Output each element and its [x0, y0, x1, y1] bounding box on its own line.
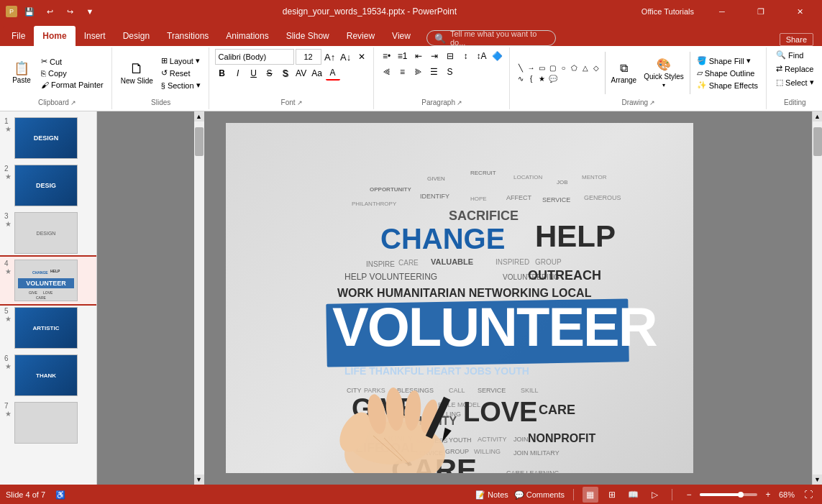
line-spacing-button[interactable]: ↕	[459, 49, 473, 63]
slide-thumb-7[interactable]: 7★	[0, 399, 96, 446]
shape-outline-button[interactable]: ▱ Shape Outline	[693, 67, 762, 79]
font-size-input[interactable]	[296, 49, 321, 65]
scroll-up-button[interactable]: ▲	[194, 111, 204, 122]
shape-bracket[interactable]: {	[526, 73, 536, 83]
slide-thumb-6[interactable]: 6★THANK	[0, 352, 96, 399]
tab-animations[interactable]: Animations	[217, 26, 277, 46]
tab-slideshow[interactable]: Slide Show	[278, 26, 338, 46]
number-list-button[interactable]: ≡1	[396, 49, 410, 63]
main-canvas-area[interactable]: ▲ ▼ OPPORTUNITY GIVEN RECRUIT LOCATION J…	[97, 111, 822, 485]
zoom-slider[interactable]	[700, 493, 757, 496]
restore-button[interactable]: ❐	[744, 0, 777, 23]
scroll-right-up-button[interactable]: ▲	[813, 111, 823, 122]
slide-thumb-5[interactable]: 5★ARTISTIC	[0, 304, 96, 352]
text-shadow-button[interactable]: S	[443, 65, 457, 79]
share-button[interactable]: Share	[780, 33, 813, 46]
increase-indent-button[interactable]: ⇥	[427, 49, 442, 63]
font-expand[interactable]: ↗	[297, 99, 303, 106]
tab-transitions[interactable]: Transitions	[158, 26, 217, 46]
office-tutorials-link[interactable]: Office Tutorials	[641, 7, 694, 16]
fit-slide-button[interactable]: ⛶	[800, 487, 816, 503]
shape-round-rect[interactable]: ▢	[548, 63, 558, 73]
notes-button[interactable]: 📝 Notes	[475, 490, 508, 500]
font-name-input[interactable]	[215, 49, 294, 65]
slide-thumb-4[interactable]: 4★ VOLUNTEER CHANGE HELP GIVE LOVE CARE	[0, 257, 96, 304]
paragraph-expand[interactable]: ↗	[457, 99, 462, 106]
align-center-button[interactable]: ≡	[396, 65, 410, 79]
columns-button[interactable]: ⊟	[443, 49, 457, 63]
tell-me-input[interactable]: 🔍 Tell me what you want to do...	[426, 30, 556, 46]
arrange-button[interactable]: ⧉ Arrange	[608, 60, 640, 86]
comments-button[interactable]: 💬 Comments	[514, 490, 565, 500]
scroll-thumb-right[interactable]	[813, 127, 822, 156]
tab-view[interactable]: View	[383, 26, 419, 46]
customize-qat-button[interactable]: ▼	[82, 4, 98, 19]
text-direction-button[interactable]: ↕A	[475, 49, 489, 63]
copy-button[interactable]: ⎘ Copy	[37, 68, 107, 79]
clipboard-expand[interactable]: ↗	[70, 99, 76, 106]
undo-button[interactable]: ↩	[42, 4, 58, 19]
shape-triangle[interactable]: △	[580, 63, 590, 73]
slide-thumb-1[interactable]: 1★DESIGN	[0, 114, 96, 162]
shape-fill-button[interactable]: 🪣 Shape Fill ▾	[693, 55, 762, 67]
cut-button[interactable]: ✂ Cut	[37, 55, 107, 68]
tab-home[interactable]: Home	[34, 26, 75, 46]
slide-thumb-2[interactable]: 2★DESIG	[0, 162, 96, 209]
view-reading-button[interactable]: 📖	[626, 487, 641, 503]
tab-insert[interactable]: Insert	[76, 26, 114, 46]
paste-button[interactable]: 📋 Paste	[7, 60, 36, 86]
replace-button[interactable]: ⇄ Replace	[772, 63, 817, 75]
find-button[interactable]: 🔍 Find	[772, 49, 807, 61]
shape-rect[interactable]: ▭	[537, 63, 547, 73]
scroll-down-button[interactable]: ▼	[194, 475, 204, 485]
new-slide-button[interactable]: 🗋 New Slide	[118, 60, 156, 86]
shape-diamond[interactable]: ◇	[591, 63, 601, 73]
strikethrough-button[interactable]: S	[262, 66, 277, 81]
tab-review[interactable]: Review	[338, 26, 383, 46]
layout-button[interactable]: ⊞ Layout ▾	[157, 55, 204, 67]
select-button[interactable]: ⬚ Select ▾	[772, 76, 818, 88]
change-case-button[interactable]: Aa	[310, 66, 324, 81]
underline-button[interactable]: U	[247, 66, 261, 81]
close-button[interactable]: ✕	[783, 0, 816, 23]
slide-thumb-3[interactable]: 3★DESIGN	[0, 209, 96, 257]
slide-panel[interactable]: 1★DESIGN2★DESIG3★DESIGN4★ VOLUNTEER CHAN…	[0, 111, 97, 485]
view-slideshow-button[interactable]: ▷	[647, 487, 663, 503]
bullet-list-button[interactable]: ≡•	[380, 49, 394, 63]
shadow-button[interactable]: S	[278, 66, 293, 81]
tab-file[interactable]: File	[3, 26, 34, 46]
italic-button[interactable]: I	[231, 66, 245, 81]
justify-button[interactable]: ☰	[427, 65, 442, 79]
bold-button[interactable]: B	[215, 66, 229, 81]
redo-button[interactable]: ↪	[62, 4, 78, 19]
format-painter-button[interactable]: 🖌 Format Painter	[37, 79, 107, 91]
view-normal-button[interactable]: ▦	[583, 487, 598, 503]
clear-format-button[interactable]: ✕	[355, 50, 369, 64]
zoom-handle[interactable]	[738, 492, 744, 498]
scroll-right-down-button[interactable]: ▼	[813, 475, 823, 485]
shape-curve[interactable]: ∿	[516, 73, 526, 83]
shape-oval[interactable]: ○	[559, 63, 569, 73]
zoom-out-button[interactable]: −	[681, 487, 697, 503]
save-button[interactable]: 💾	[22, 4, 37, 19]
scroll-thumb-left[interactable]	[195, 127, 204, 156]
decrease-font-button[interactable]: A↓	[339, 50, 353, 64]
minimize-button[interactable]: ─	[705, 0, 739, 23]
slide-canvas[interactable]: OPPORTUNITY GIVEN RECRUIT LOCATION JOB M…	[226, 123, 693, 473]
shape-arrow[interactable]: →	[526, 63, 536, 73]
align-left-button[interactable]: ⫷	[380, 65, 394, 79]
view-slide-sorter-button[interactable]: ⊞	[604, 487, 620, 503]
tab-design[interactable]: Design	[114, 26, 158, 46]
zoom-in-button[interactable]: +	[760, 487, 776, 503]
section-button[interactable]: § Section ▾	[157, 79, 204, 91]
character-spacing-button[interactable]: AV	[294, 66, 309, 81]
reset-button[interactable]: ↺ Reset	[157, 67, 204, 79]
font-color-button[interactable]: A	[326, 66, 340, 81]
shape-effects-button[interactable]: ✨ Shape Effects	[693, 79, 762, 91]
convert-to-smartart-button[interactable]: 🔷	[490, 49, 505, 63]
align-right-button[interactable]: ⫸	[411, 65, 426, 79]
shape-line[interactable]: ╲	[516, 63, 526, 73]
shape-star[interactable]: ★	[537, 73, 547, 83]
increase-font-button[interactable]: A↑	[323, 50, 337, 64]
shape-callout[interactable]: 💬	[548, 73, 558, 83]
